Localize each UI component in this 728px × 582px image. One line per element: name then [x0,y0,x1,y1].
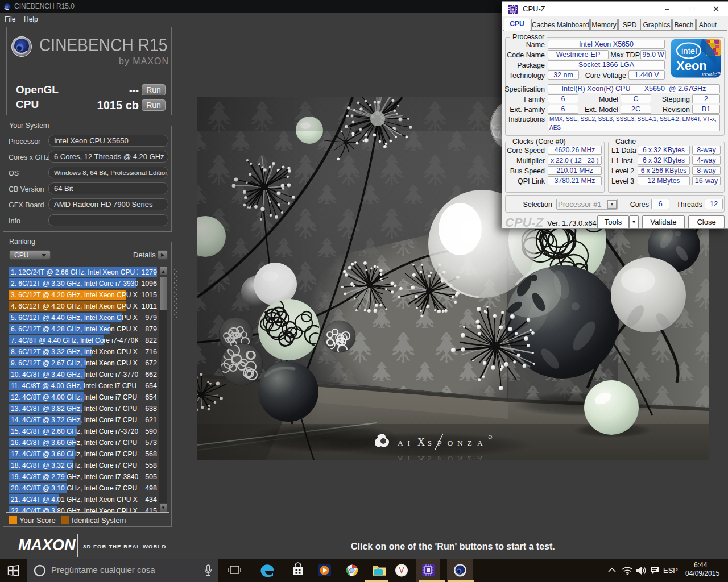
svg-text:O: O [448,439,453,447]
svg-text:A: A [398,439,403,447]
svg-text:O: O [448,455,453,460]
svg-text:P: P [437,455,442,460]
svg-text:A: A [477,455,483,460]
svg-text:intel: intel [681,46,697,56]
svg-text:I: I [408,439,411,447]
svg-text:3D FOR THE REAL WORLD: 3D FOR THE REAL WORLD [83,543,166,550]
svg-text:N: N [457,455,463,460]
svg-text:X: X [417,436,425,448]
svg-text:X: X [417,454,425,460]
svg-text:A: A [477,439,483,447]
svg-text:S: S [428,439,432,447]
svg-text:N: N [457,439,463,447]
svg-text:inside™: inside™ [702,71,722,77]
svg-text:S: S [428,455,432,460]
svg-text:Z: Z [468,439,472,447]
svg-text:Z: Z [468,455,472,460]
svg-text:I: I [408,455,411,460]
svg-text:A: A [398,455,403,460]
svg-text:MAXON: MAXON [18,537,76,554]
